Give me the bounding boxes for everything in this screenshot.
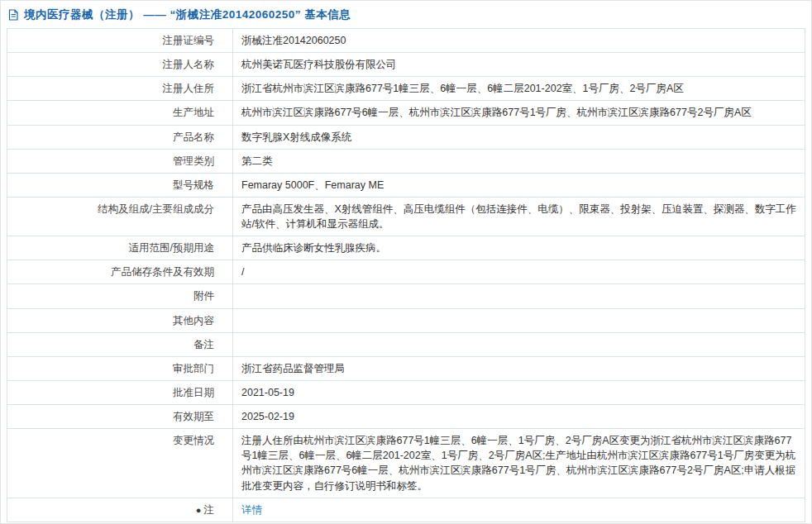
row-label: 其他内容 xyxy=(7,309,233,332)
row-value: / xyxy=(233,260,805,283)
row-value: 浙江省杭州市滨江区滨康路677号1幢三层、6幢一层、6幢二层201-202室、1… xyxy=(233,77,805,100)
row-value: 2021-05-19 xyxy=(233,381,805,404)
row-label: 结构及组成/主要组成成分 xyxy=(7,198,233,236)
table-row: 注册人住所 浙江省杭州市滨江区滨康路677号1幢三层、6幢一层、6幢二层201-… xyxy=(7,77,805,101)
row-label: 附件 xyxy=(7,284,233,307)
table-row: 审批部门 浙江省药品监督管理局 xyxy=(7,357,805,381)
page-header: 境内医疗器械（注册） —— “浙械注准20142060250” 基本信息 xyxy=(1,1,811,28)
table-row: 结构及组成/主要组成成分 产品由高压发生器、X射线管组件、高压电缆组件（包括连接… xyxy=(7,198,805,236)
document-icon xyxy=(7,9,19,21)
row-value: 第二类 xyxy=(233,150,805,173)
table-row-note: ●注 详情 xyxy=(7,498,805,522)
row-value: 产品供临床诊断女性乳腺疾病。 xyxy=(233,236,805,260)
row-value: 杭州市滨江区滨康路677号6幢一层、杭州市滨江区滨康路677号1号厂房、杭州市滨… xyxy=(233,101,805,124)
row-label-text: 注 xyxy=(204,504,215,516)
table-row: 备注 xyxy=(7,333,805,357)
table-row: 注册证编号 浙械注准20142060250 xyxy=(7,29,805,53)
row-value: 详情 xyxy=(233,498,805,522)
detail-link[interactable]: 详情 xyxy=(241,504,262,516)
row-label: 备注 xyxy=(7,333,233,356)
row-value: 2025-02-19 xyxy=(233,405,805,428)
table-row: 型号规格 Femaray 5000F、Femaray ME xyxy=(7,174,805,198)
row-label: 有效期至 xyxy=(7,405,233,428)
table-row: 批准日期 2021-05-19 xyxy=(7,381,805,405)
note-bullet-icon: ● xyxy=(196,504,202,517)
row-value: 杭州美诺瓦医疗科技股份有限公司 xyxy=(233,53,805,76)
row-label: 管理类别 xyxy=(7,150,233,173)
row-label: 审批部门 xyxy=(7,357,233,380)
page-title: 境内医疗器械（注册） —— “浙械注准20142060250” 基本信息 xyxy=(24,7,351,22)
row-label: 注册人名称 xyxy=(7,53,233,76)
row-label: 产品名称 xyxy=(7,126,233,149)
table-row: 注册人名称 杭州美诺瓦医疗科技股份有限公司 xyxy=(7,53,805,77)
row-value xyxy=(233,284,805,307)
table-row: 变更情况 注册人住所由杭州市滨江区滨康路677号1幢三层、6幢一层、1号厂房、2… xyxy=(7,429,805,498)
row-label: 产品储存条件及有效期 xyxy=(7,260,233,283)
table-row: 其他内容 xyxy=(7,309,805,333)
row-label: 型号规格 xyxy=(7,174,233,197)
row-label: 变更情况 xyxy=(7,429,233,498)
row-label: 适用范围/预期用途 xyxy=(7,236,233,260)
table-row: 生产地址 杭州市滨江区滨康路677号6幢一层、杭州市滨江区滨康路677号1号厂房… xyxy=(7,101,805,125)
row-value: 产品由高压发生器、X射线管组件、高压电缆组件（包括连接件、电缆）、限束器、投射架… xyxy=(233,198,805,236)
table-row: 适用范围/预期用途 产品供临床诊断女性乳腺疾病。 xyxy=(7,236,805,260)
row-value: 浙械注准20142060250 xyxy=(233,29,805,52)
table-row: 附件 xyxy=(7,284,805,308)
table-row: 有效期至 2025-02-19 xyxy=(7,405,805,429)
row-value xyxy=(233,309,805,332)
row-label: 批准日期 xyxy=(7,381,233,404)
table-row: 管理类别 第二类 xyxy=(7,150,805,174)
page: 境内医疗器械（注册） —— “浙械注准20142060250” 基本信息 注册证… xyxy=(0,0,812,524)
row-label: 生产地址 xyxy=(7,101,233,124)
row-value: Femaray 5000F、Femaray ME xyxy=(233,174,805,197)
row-value: 数字乳腺X射线成像系统 xyxy=(233,126,805,149)
info-table: 注册证编号 浙械注准20142060250 注册人名称 杭州美诺瓦医疗科技股份有… xyxy=(7,28,805,522)
row-label: 注册人住所 xyxy=(7,77,233,100)
row-value xyxy=(233,333,805,356)
row-value: 浙江省药品监督管理局 xyxy=(233,357,805,380)
row-value: 注册人住所由杭州市滨江区滨康路677号1幢三层、6幢一层、1号厂房、2号厂房A区… xyxy=(233,429,805,498)
table-row: 产品名称 数字乳腺X射线成像系统 xyxy=(7,126,805,150)
row-label: 注册证编号 xyxy=(7,29,233,52)
row-label: ●注 xyxy=(7,498,233,522)
table-row: 产品储存条件及有效期 / xyxy=(7,260,805,284)
